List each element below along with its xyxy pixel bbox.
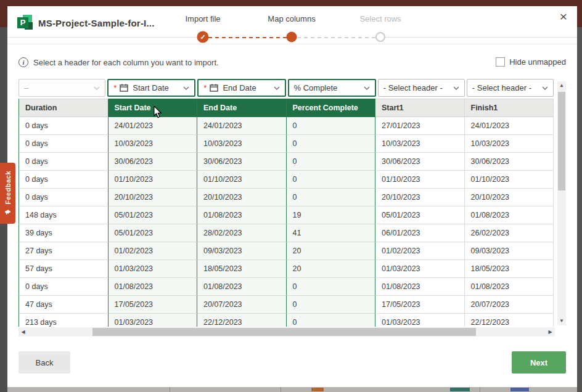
table-cell: 01/10/2023	[375, 171, 465, 189]
file-title: MS-Project-Sample-for-I...	[38, 18, 155, 28]
hide-unmapped-control[interactable]: Hide unmapped	[496, 57, 566, 67]
table-cell: 01/08/2023	[465, 278, 554, 296]
table-cell: 01/03/2023	[109, 314, 198, 327]
feedback-tab-label: Feedback	[4, 171, 12, 205]
vertical-scrollbar-thumb[interactable]	[558, 92, 565, 190]
table-cell: 01/10/2023	[109, 171, 198, 189]
table-cell: 0 days	[18, 117, 109, 135]
table-cell: 30/06/2023	[465, 153, 554, 171]
table-cell: 0	[287, 153, 376, 171]
table-cell: 30/06/2023	[109, 153, 198, 171]
scroll-right-icon[interactable]: ▶	[546, 327, 555, 337]
column-header-percent-complete[interactable]: Percent Complete	[287, 99, 376, 117]
table-cell: 30/06/2023	[197, 153, 287, 171]
chevron-down-icon	[453, 86, 459, 90]
table-cell: 0	[287, 135, 376, 153]
scroll-up-icon[interactable]: ▲	[557, 81, 566, 90]
table-cell: 0 days	[18, 189, 109, 206]
feedback-tab[interactable]: Feedback	[0, 163, 15, 224]
dimmed-app-right-edge	[577, 6, 582, 392]
table-row: 27 days01/02/202309/03/20232001/02/20230…	[18, 242, 554, 260]
table-cell: 20/10/2023	[197, 189, 287, 206]
header-dropdown-5[interactable]: - Select header -	[378, 79, 465, 97]
table-cell: 18/05/2023	[197, 260, 287, 278]
dropdown-value: End Date	[223, 83, 256, 92]
table-header-row: DurationStart DateEnd DatePercent Comple…	[18, 99, 554, 117]
column-header-duration[interactable]: Duration	[18, 99, 109, 117]
table-cell: 0 days	[18, 171, 109, 189]
vertical-scrollbar[interactable]: ▲ ▼	[557, 81, 566, 325]
column-header-start-date[interactable]: Start Date	[109, 99, 198, 117]
table-cell: 0 days	[18, 135, 109, 153]
table-cell: 19	[287, 206, 376, 224]
column-header-end-date[interactable]: End Date	[197, 99, 287, 117]
table-cell: 47 days	[18, 296, 109, 314]
table-cell: 10/03/2023	[465, 135, 554, 153]
table-cell: 01/10/2023	[197, 171, 287, 189]
table-cell: 05/01/2023	[109, 206, 198, 224]
table-row: 57 days01/03/202318/05/20232001/03/20231…	[18, 260, 554, 278]
table-row: 0 days01/08/202301/08/2023001/08/202301/…	[18, 278, 554, 296]
table-cell: 01/03/2023	[109, 260, 198, 278]
table-cell: 27/01/2023	[375, 117, 465, 135]
table-row: 47 days17/05/202320/07/2023017/05/202320…	[18, 296, 554, 314]
gantt-grid-line	[480, 387, 480, 392]
chevron-down-icon	[364, 86, 370, 90]
next-button[interactable]: Next	[512, 351, 566, 374]
table-cell: 20/10/2023	[375, 189, 465, 206]
dimmed-app-right-corner	[577, 6, 582, 27]
chevron-down-icon	[94, 86, 100, 90]
chevron-down-icon	[274, 86, 280, 90]
table-cell: 28/02/2023	[197, 224, 287, 242]
step-label-import-file: Import file	[185, 14, 220, 23]
table-cell: 26/02/2023	[465, 224, 554, 242]
dimmed-app-left-corner	[0, 6, 7, 27]
table-cell: 41	[287, 224, 376, 242]
header-dropdown-2[interactable]: *Start Date	[107, 79, 195, 97]
table-cell: 0	[287, 171, 376, 189]
step-label-select-rows: Select rows	[359, 14, 401, 23]
header-dropdown-3[interactable]: *End Date	[197, 79, 285, 97]
gantt-bar-blue	[510, 388, 529, 391]
table-row: 39 days05/01/202328/02/20234106/01/20232…	[18, 224, 554, 242]
step-circle-pending	[375, 32, 385, 42]
table-cell: 22/12/2023	[465, 314, 554, 327]
step-circle-done: ✓	[197, 31, 209, 43]
column-header-start1[interactable]: Start1	[375, 99, 465, 117]
table-row: 0 days30/06/202330/06/2023030/06/202330/…	[18, 153, 554, 171]
header-dropdown-6[interactable]: - Select header -	[467, 79, 554, 97]
table-cell: 01/02/2023	[109, 242, 198, 260]
table-cell: 01/03/2023	[375, 260, 465, 278]
table-cell: 01/08/2023	[375, 278, 465, 296]
close-icon[interactable]: ×	[557, 9, 570, 25]
chevron-down-icon	[183, 86, 189, 90]
table-cell: 0	[287, 278, 376, 296]
required-asterisk: *	[203, 83, 207, 92]
table-cell: 20/07/2023	[465, 296, 554, 314]
table-cell: 0	[287, 117, 376, 135]
table-cell: 213 days	[18, 314, 109, 327]
table-cell: 20/10/2023	[465, 189, 554, 206]
table-row: 0 days10/03/202310/03/2023010/03/202310/…	[18, 135, 554, 153]
back-button[interactable]: Back	[18, 351, 70, 374]
table-row: 0 days01/10/202301/10/2023001/10/202301/…	[18, 171, 554, 189]
header-dropdown-4[interactable]: % Complete	[288, 79, 376, 97]
table-cell: 01/08/2023	[465, 206, 554, 224]
horizontal-scrollbar-thumb[interactable]	[92, 328, 476, 336]
table-body: 0 days24/01/202324/01/2023027/01/202324/…	[18, 117, 554, 327]
calendar-icon	[210, 84, 218, 92]
table-cell: 24/01/2023	[109, 117, 198, 135]
hide-unmapped-checkbox[interactable]	[496, 57, 505, 67]
table-cell: 24/01/2023	[197, 117, 287, 135]
preview-table: DurationStart DateEnd DatePercent Comple…	[18, 99, 554, 327]
table-cell: 17/05/2023	[109, 296, 198, 314]
column-header-finish1[interactable]: Finish1	[465, 99, 554, 117]
step-label-map-columns: Map columns	[268, 14, 315, 23]
table-row: 213 days01/03/202322/12/2023001/03/20232…	[18, 314, 554, 327]
scroll-down-icon[interactable]: ▼	[557, 317, 566, 325]
dropdown-value: –	[24, 83, 28, 92]
table-cell: 39 days	[18, 224, 109, 242]
scroll-left-icon[interactable]: ◀	[18, 327, 28, 337]
table-cell: 06/01/2023	[375, 224, 465, 242]
horizontal-scrollbar[interactable]: ◀ ▶	[18, 327, 555, 337]
